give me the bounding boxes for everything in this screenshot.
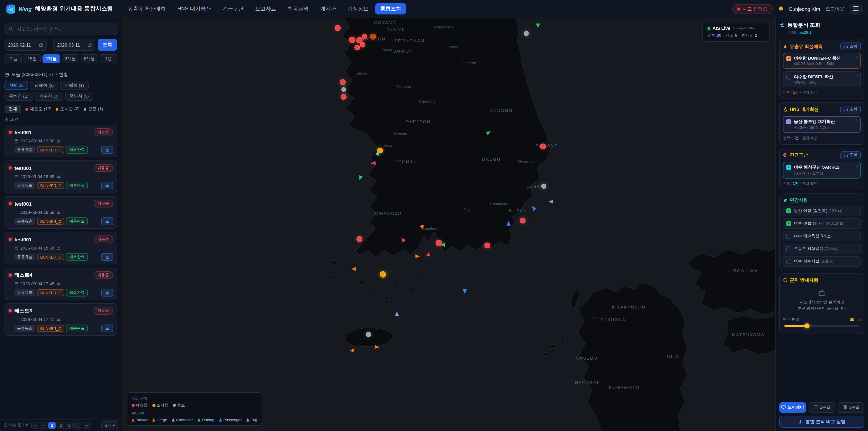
checkbox[interactable]: ✓ [786,56,791,61]
vessel-marker[interactable] [463,289,467,294]
incident-marker[interactable] [436,240,442,246]
radius-slider[interactable] [784,325,860,327]
incident-map-button[interactable] [101,146,113,154]
logout-button[interactable]: 로그아웃 [826,6,844,12]
incident-map-button[interactable] [101,217,113,225]
status-chip[interactable]: 조사중 (2) [56,106,80,112]
checkbox[interactable] [786,246,791,251]
incident-card[interactable]: 테스트3 대응중 2026-03-04 17:41 유류유출BUNKER_C예측… [4,303,117,336]
region-chip[interactable]: 서해청 (1) [60,81,89,90]
nav-item[interactable]: 항공탐색 [283,3,313,14]
close-icon[interactable]: × [856,55,859,59]
range-chip[interactable]: 오늘 [4,54,22,63]
checkbox[interactable] [786,259,791,264]
vessel-marker[interactable] [400,237,406,243]
incident-marker[interactable] [360,42,365,48]
incident-marker[interactable] [340,79,346,85]
range-chip[interactable]: 15일 [24,54,41,63]
sar-card[interactable]: ✓ 여수 해상구난 SAR #12 SAROPS · 표류점 × [783,162,861,178]
page-size-select[interactable]: 6건 ▾ [101,421,118,429]
incident-marker[interactable] [485,243,490,248]
range-chip[interactable]: 6개월 [81,54,98,63]
region-chip[interactable]: 남해청 (3) [30,81,58,90]
incident-marker[interactable] [341,87,346,92]
incident-marker[interactable] [366,332,371,337]
vessel-marker[interactable] [375,345,380,349]
nav-item[interactable]: 유출유 확산예측 [123,3,170,14]
incident-marker[interactable] [370,34,376,39]
radius-slider-thumb[interactable] [804,323,809,328]
checkbox[interactable] [786,74,791,80]
nav-item[interactable]: 보고자료 [250,3,281,14]
incident-marker[interactable] [341,94,346,100]
spill-card[interactable]: 여수항 DIESEL 확산 40GPS · 30kL × [783,71,861,87]
view-overlay-button[interactable]: 오버레이 [779,402,806,412]
resource-row[interactable]: ✓ 돌산 어장 (감전복) (131ha) [783,206,861,216]
incident-marker[interactable] [335,25,341,31]
checkbox[interactable]: ✓ [786,165,791,170]
checkbox[interactable] [786,234,791,239]
vessel-marker[interactable] [415,254,420,258]
incident-marker[interactable] [354,45,360,50]
close-icon[interactable]: × [856,163,859,168]
checkbox[interactable]: ✓ [786,221,791,226]
date-to-input[interactable]: 2026-03-11 [54,39,95,51]
menu-icon[interactable] [850,4,862,13]
vessel-marker[interactable] [358,175,363,181]
page-button[interactable]: 3 [66,422,73,429]
brand[interactable]: Wing 해양환경 위기대응 통합시스템 [6,4,113,13]
incident-map-button[interactable] [101,182,113,189]
incident-map-button[interactable] [101,253,113,261]
first-page-button[interactable]: « [31,422,39,429]
map-area[interactable]: GOYANGSEOULINCHEONSEONGNAMChuncheonAnsan… [122,18,775,431]
resource-row[interactable]: 여수 해수욕장 3개소 [783,231,861,241]
incident-active-badge[interactable]: 사고 진행중 [733,4,772,14]
incident-marker[interactable] [380,271,386,278]
vessel-marker[interactable] [506,221,510,225]
checkbox[interactable]: ✓ [786,208,791,213]
spill-card[interactable]: ✓ 여수항 BUNKER-C 확산 40GPS·6pm10·ift · 150k… [783,53,861,69]
incident-map-button[interactable] [101,289,113,297]
resource-row[interactable]: 오동도 해상공원 (125ha) [783,243,861,254]
incident-marker[interactable] [524,31,529,36]
vessel-marker[interactable] [395,311,399,316]
next-page-button[interactable]: › [74,422,82,429]
vessel-marker[interactable] [371,161,376,165]
range-chip[interactable]: 1년 [100,54,117,63]
hns-card[interactable]: ✓ 울산 톨루엔 대기확산 ALOHA · 15L장 1.2km × [783,116,861,133]
date-query-button[interactable]: 조회 [98,39,117,51]
status-chip[interactable]: 종료 (1) [84,106,103,112]
view-2split-button[interactable]: 2분할 [809,402,835,412]
hns-query-button[interactable]: 조회 [840,106,861,114]
status-chip[interactable]: 전체 [4,105,21,113]
page-button[interactable]: 1 [49,422,56,429]
incident-marker[interactable] [541,184,546,189]
last-page-button[interactable]: » [83,422,90,429]
page-button[interactable]: 2 [57,422,64,429]
region-chip[interactable]: 제주청 (0) [35,92,63,101]
region-chip[interactable]: 동해청 (1) [4,92,33,101]
region-chip[interactable]: 중부청 (0) [65,92,93,101]
nav-item[interactable]: 기상정보 [343,3,373,14]
incident-map-button[interactable] [101,325,113,332]
range-chip[interactable]: 3개월 [62,54,79,63]
notification-bell-icon[interactable] [778,6,784,12]
view-3split-button[interactable]: 3분할 [838,402,864,412]
vessel-marker[interactable] [351,267,356,271]
incident-marker[interactable] [520,218,526,223]
nav-item[interactable]: HNS·대기확산 [173,3,216,14]
region-chip[interactable]: 전체 16 [4,81,28,90]
incident-marker[interactable] [356,236,362,242]
incident-marker[interactable] [362,34,367,39]
status-chip[interactable]: 대응중 (13) [25,106,52,112]
incident-marker[interactable] [349,37,355,43]
vessel-marker[interactable] [486,129,492,135]
vessel-marker[interactable] [549,199,553,204]
nav-item[interactable]: 긴급구난 [218,3,248,14]
incident-card[interactable]: test001 대응중 2026-03-04 18:58 유류유출BUNKER_… [4,232,117,265]
checkbox[interactable]: ✓ [786,119,791,124]
prev-page-button[interactable]: ‹ [40,422,47,429]
run-comparison-button[interactable]: 통합 분석 비교 실행 [779,415,864,427]
range-chip[interactable]: 1개월 [43,54,60,63]
date-from-input[interactable]: 2026-02-11 [4,39,46,51]
